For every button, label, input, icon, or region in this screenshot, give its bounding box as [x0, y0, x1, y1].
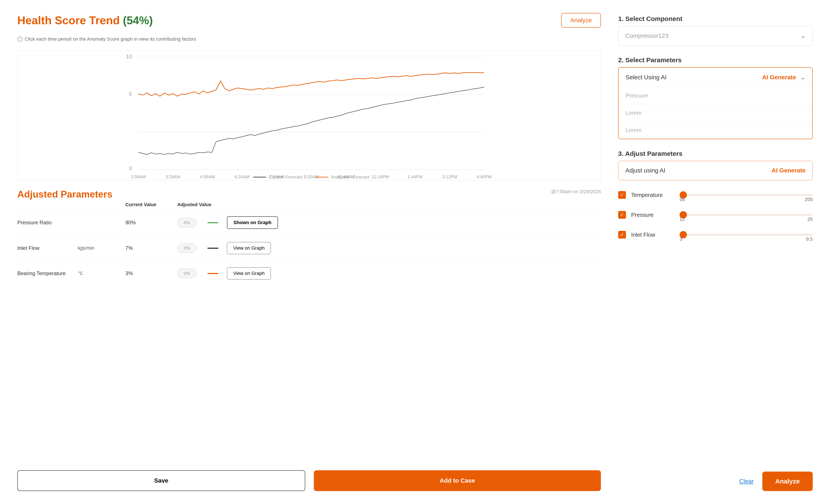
params-select-top[interactable]: Select Using AI AI Generate ⌄ — [618, 68, 812, 87]
select-using-ai-label: Select Using AI — [626, 74, 667, 81]
temperature-slider-row: ✓ Temperature 56 200 — [618, 191, 813, 199]
temperature-checkbox[interactable]: ✓ — [618, 191, 626, 199]
param-current-value: 90% — [125, 220, 177, 226]
temperature-label: Temperature — [631, 192, 674, 198]
color-indicator-green — [208, 222, 218, 223]
param-name: Pressure Ratio — [17, 220, 78, 226]
step3-section: 3. Adjust Parameters Adjust using AI AI … — [618, 150, 813, 180]
svg-text:10: 10 — [126, 54, 132, 59]
color-indicator-orange — [208, 273, 218, 274]
bottom-right-buttons: Clear Analyze — [618, 472, 813, 491]
clear-button[interactable]: Clear — [739, 478, 754, 485]
page-title: Health Score Trend (54%) — [17, 14, 153, 27]
dropdown-option-lorem2[interactable]: Lorem — [618, 122, 812, 139]
params-select-box: Select Using AI AI Generate ⌄ Pressure L… — [618, 67, 813, 139]
adjusted-toggle[interactable]: 0% — [177, 243, 197, 253]
check-icon: ✓ — [620, 192, 624, 198]
shown-on-graph-button[interactable]: Shown on Graph — [227, 216, 278, 229]
chevron-down-icon: ⌄ — [800, 74, 805, 81]
svg-text:12:16PM: 12:16PM — [372, 175, 389, 179]
pressure-label: Pressure — [631, 212, 674, 218]
adjusted-params-header: Adjusted Parameters @7:00am on 3/20/2024 — [17, 189, 601, 200]
subtitle-row: i Click each time period on the Anomaly … — [17, 36, 601, 42]
check-icon: ✓ — [620, 232, 624, 238]
adjusted-toggle[interactable]: 0% — [177, 269, 197, 278]
pressure-max: 25 — [807, 217, 813, 222]
dropdown-option-pressure[interactable]: Pressure — [618, 87, 812, 104]
temperature-max: 200 — [805, 197, 813, 202]
chart-area: 10 5 0 2:00AM 3:28AM 4:56AM 6:24AM 7:52A… — [17, 51, 601, 180]
row-actions: View on Graph — [203, 242, 601, 254]
legend-current-label: Current -Forecast — [269, 175, 302, 180]
params-table: Current Value Adjusted Value Pressure Ra… — [17, 200, 601, 286]
component-select[interactable]: Compressor123 ⌄ — [618, 26, 813, 45]
pressure-checkbox[interactable]: ✓ — [618, 211, 626, 219]
slider-section: ✓ Temperature 56 200 ✓ Pressure — [618, 191, 813, 239]
info-icon: i — [17, 36, 23, 42]
timestamp: @7:00am on 3/20/2024 — [551, 189, 601, 194]
color-indicator-black — [208, 248, 218, 249]
ai-generate-link-params[interactable]: AI Generate — [762, 74, 796, 81]
pressure-slider-row: ✓ Pressure 12 25 — [618, 211, 813, 219]
row-actions: View on Graph — [203, 267, 601, 279]
step1-section: 1. Select Component Compressor123 ⌄ — [618, 15, 813, 45]
svg-text:0: 0 — [129, 165, 132, 171]
legend-current: Current -Forecast — [253, 175, 302, 180]
param-current-value: 7% — [125, 245, 177, 251]
inlet-flow-checkbox[interactable]: ✓ — [618, 231, 626, 239]
pressure-min: 12 — [679, 217, 685, 222]
temperature-min: 56 — [679, 197, 685, 202]
col-adjusted-header: Adjusted Value — [177, 202, 601, 208]
adjust-params-box[interactable]: Adjust using AI AI Generate — [618, 161, 813, 180]
param-unit: °C — [78, 271, 125, 276]
inlet-flow-label: Inlet Flow — [631, 231, 674, 238]
right-panel: 1. Select Component Compressor123 ⌄ 2. S… — [618, 13, 813, 491]
legend-line-black — [253, 177, 266, 178]
params-table-header: Current Value Adjusted Value — [17, 200, 601, 210]
analyze-button-right[interactable]: Analyze — [762, 472, 813, 491]
inlet-flow-min: 3 — [679, 237, 682, 242]
svg-text:2:00AM: 2:00AM — [131, 175, 146, 179]
adjust-using-ai-label: Adjust using AI — [625, 167, 665, 174]
inlet-flow-slider-row: ✓ Inlet Flow 3 9.5 — [618, 231, 813, 239]
temperature-slider-wrapper: 56 200 — [679, 194, 813, 196]
ai-generate-link-adjust[interactable]: AI Generate — [772, 167, 805, 174]
params-dropdown-options: Pressure Lorem Lorem — [618, 87, 812, 139]
col-current-header: Current Value — [125, 202, 177, 208]
legend-analyzed: Analyzed - Forecast — [315, 175, 370, 180]
dropdown-option-lorem1[interactable]: Lorem — [618, 104, 812, 122]
step2-label: 2. Select Parameters — [618, 56, 813, 64]
inlet-flow-slider-wrapper: 3 9.5 — [679, 234, 813, 235]
pressure-slider-wrapper: 12 25 — [679, 214, 813, 216]
svg-text:4:40PM: 4:40PM — [477, 175, 492, 179]
step1-label: 1. Select Component — [618, 15, 813, 23]
svg-text:3:28AM: 3:28AM — [166, 175, 181, 179]
health-percentage: (54%) — [123, 14, 153, 27]
param-name: Bearing Temperature — [17, 271, 78, 276]
save-button[interactable]: Save — [17, 470, 305, 491]
chevron-down-icon: ⌄ — [801, 32, 805, 39]
bottom-buttons: Save Add to Case — [17, 470, 601, 491]
add-to-case-button[interactable]: Add to Case — [314, 470, 601, 491]
table-row: Inlet Flow kgs/min 7% 0% View on Graph — [17, 235, 601, 261]
row-actions: Shown on Graph — [203, 216, 601, 229]
svg-text:3:12PM: 3:12PM — [442, 175, 457, 179]
legend-line-orange — [315, 177, 328, 178]
param-unit: kgs/min — [78, 245, 125, 251]
step3-label: 3. Adjust Parameters — [618, 150, 813, 157]
svg-text:1:44PM: 1:44PM — [408, 175, 422, 179]
adjusted-parameters-section: Adjusted Parameters @7:00am on 3/20/2024… — [17, 189, 601, 286]
adjusted-params-title: Adjusted Parameters — [17, 189, 113, 200]
legend-analyzed-label: Analyzed - Forecast — [331, 175, 370, 180]
view-on-graph-button[interactable]: View on Graph — [227, 267, 271, 279]
header-section: Health Score Trend (54%) Analyze — [17, 13, 601, 28]
adjusted-toggle[interactable]: 0% — [177, 218, 197, 227]
line-chart: 10 5 0 2:00AM 3:28AM 4:56AM 6:24AM 7:52A… — [26, 57, 596, 170]
inlet-flow-max: 9.5 — [806, 237, 813, 242]
view-on-graph-button[interactable]: View on Graph — [227, 242, 271, 254]
check-icon: ✓ — [620, 212, 624, 218]
step2-section: 2. Select Parameters Select Using AI AI … — [618, 56, 813, 139]
svg-text:4:56AM: 4:56AM — [200, 175, 215, 179]
svg-text:5: 5 — [129, 91, 132, 97]
analyze-button-top[interactable]: Analyze — [561, 13, 601, 28]
